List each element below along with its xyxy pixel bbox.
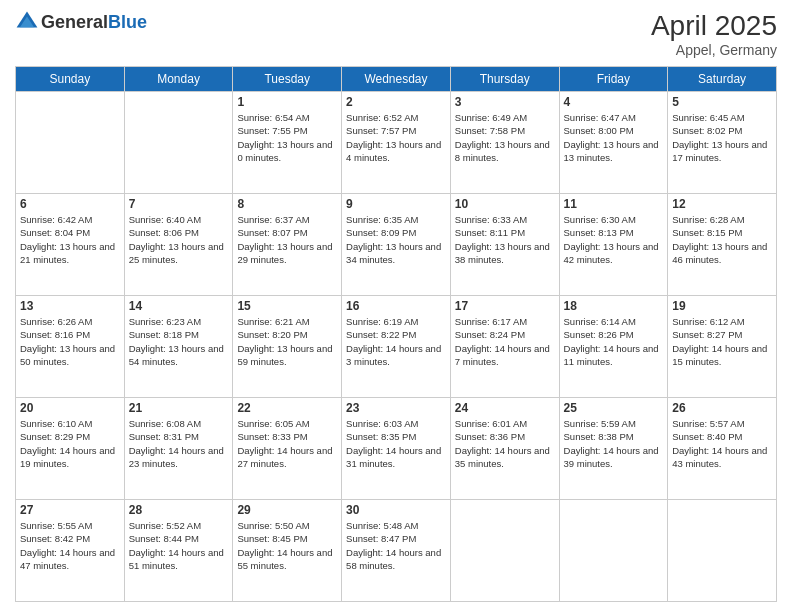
day-info: Sunrise: 6:26 AMSunset: 8:16 PMDaylight:… xyxy=(20,315,120,368)
day-number: 16 xyxy=(346,299,446,313)
day-of-week-header: Sunday xyxy=(16,67,125,92)
day-number: 15 xyxy=(237,299,337,313)
day-info: Sunrise: 6:05 AMSunset: 8:33 PMDaylight:… xyxy=(237,417,337,470)
day-number: 21 xyxy=(129,401,229,415)
day-number: 27 xyxy=(20,503,120,517)
day-info: Sunrise: 6:23 AMSunset: 8:18 PMDaylight:… xyxy=(129,315,229,368)
day-number: 9 xyxy=(346,197,446,211)
calendar-week-row: 27Sunrise: 5:55 AMSunset: 8:42 PMDayligh… xyxy=(16,500,777,602)
day-of-week-header: Friday xyxy=(559,67,668,92)
day-info: Sunrise: 6:49 AMSunset: 7:58 PMDaylight:… xyxy=(455,111,555,164)
calendar-cell xyxy=(124,92,233,194)
day-info: Sunrise: 6:33 AMSunset: 8:11 PMDaylight:… xyxy=(455,213,555,266)
month-year: April 2025 xyxy=(651,10,777,42)
day-info: Sunrise: 6:54 AMSunset: 7:55 PMDaylight:… xyxy=(237,111,337,164)
calendar-cell: 4Sunrise: 6:47 AMSunset: 8:00 PMDaylight… xyxy=(559,92,668,194)
day-number: 18 xyxy=(564,299,664,313)
day-of-week-header: Monday xyxy=(124,67,233,92)
day-info: Sunrise: 6:10 AMSunset: 8:29 PMDaylight:… xyxy=(20,417,120,470)
location: Appel, Germany xyxy=(651,42,777,58)
day-info: Sunrise: 6:40 AMSunset: 8:06 PMDaylight:… xyxy=(129,213,229,266)
calendar-header-row: SundayMondayTuesdayWednesdayThursdayFrid… xyxy=(16,67,777,92)
calendar-cell: 27Sunrise: 5:55 AMSunset: 8:42 PMDayligh… xyxy=(16,500,125,602)
day-of-week-header: Saturday xyxy=(668,67,777,92)
calendar-cell: 1Sunrise: 6:54 AMSunset: 7:55 PMDaylight… xyxy=(233,92,342,194)
calendar-cell: 30Sunrise: 5:48 AMSunset: 8:47 PMDayligh… xyxy=(342,500,451,602)
calendar-cell xyxy=(450,500,559,602)
day-number: 11 xyxy=(564,197,664,211)
day-number: 13 xyxy=(20,299,120,313)
day-number: 19 xyxy=(672,299,772,313)
calendar-cell xyxy=(16,92,125,194)
day-number: 28 xyxy=(129,503,229,517)
calendar-cell: 5Sunrise: 6:45 AMSunset: 8:02 PMDaylight… xyxy=(668,92,777,194)
day-info: Sunrise: 5:55 AMSunset: 8:42 PMDaylight:… xyxy=(20,519,120,572)
calendar-cell xyxy=(559,500,668,602)
day-info: Sunrise: 6:45 AMSunset: 8:02 PMDaylight:… xyxy=(672,111,772,164)
title-block: April 2025 Appel, Germany xyxy=(651,10,777,58)
logo-blue: Blue xyxy=(108,12,147,32)
calendar-week-row: 20Sunrise: 6:10 AMSunset: 8:29 PMDayligh… xyxy=(16,398,777,500)
page: GeneralBlue April 2025 Appel, Germany Su… xyxy=(0,0,792,612)
day-info: Sunrise: 6:01 AMSunset: 8:36 PMDaylight:… xyxy=(455,417,555,470)
calendar-cell: 16Sunrise: 6:19 AMSunset: 8:22 PMDayligh… xyxy=(342,296,451,398)
calendar-cell: 12Sunrise: 6:28 AMSunset: 8:15 PMDayligh… xyxy=(668,194,777,296)
calendar-cell: 8Sunrise: 6:37 AMSunset: 8:07 PMDaylight… xyxy=(233,194,342,296)
day-number: 22 xyxy=(237,401,337,415)
day-info: Sunrise: 6:28 AMSunset: 8:15 PMDaylight:… xyxy=(672,213,772,266)
day-info: Sunrise: 5:48 AMSunset: 8:47 PMDaylight:… xyxy=(346,519,446,572)
calendar-cell: 6Sunrise: 6:42 AMSunset: 8:04 PMDaylight… xyxy=(16,194,125,296)
day-info: Sunrise: 6:30 AMSunset: 8:13 PMDaylight:… xyxy=(564,213,664,266)
day-info: Sunrise: 6:42 AMSunset: 8:04 PMDaylight:… xyxy=(20,213,120,266)
logo: GeneralBlue xyxy=(15,10,147,34)
day-info: Sunrise: 5:59 AMSunset: 8:38 PMDaylight:… xyxy=(564,417,664,470)
day-number: 14 xyxy=(129,299,229,313)
day-number: 2 xyxy=(346,95,446,109)
calendar-cell: 14Sunrise: 6:23 AMSunset: 8:18 PMDayligh… xyxy=(124,296,233,398)
logo-general: General xyxy=(41,12,108,32)
calendar-cell: 21Sunrise: 6:08 AMSunset: 8:31 PMDayligh… xyxy=(124,398,233,500)
calendar-cell: 9Sunrise: 6:35 AMSunset: 8:09 PMDaylight… xyxy=(342,194,451,296)
day-info: Sunrise: 6:35 AMSunset: 8:09 PMDaylight:… xyxy=(346,213,446,266)
day-info: Sunrise: 6:21 AMSunset: 8:20 PMDaylight:… xyxy=(237,315,337,368)
day-number: 10 xyxy=(455,197,555,211)
day-info: Sunrise: 6:47 AMSunset: 8:00 PMDaylight:… xyxy=(564,111,664,164)
day-info: Sunrise: 6:03 AMSunset: 8:35 PMDaylight:… xyxy=(346,417,446,470)
day-info: Sunrise: 6:08 AMSunset: 8:31 PMDaylight:… xyxy=(129,417,229,470)
calendar-cell: 15Sunrise: 6:21 AMSunset: 8:20 PMDayligh… xyxy=(233,296,342,398)
day-number: 30 xyxy=(346,503,446,517)
day-info: Sunrise: 5:57 AMSunset: 8:40 PMDaylight:… xyxy=(672,417,772,470)
calendar-cell: 23Sunrise: 6:03 AMSunset: 8:35 PMDayligh… xyxy=(342,398,451,500)
calendar-cell: 28Sunrise: 5:52 AMSunset: 8:44 PMDayligh… xyxy=(124,500,233,602)
calendar-cell: 2Sunrise: 6:52 AMSunset: 7:57 PMDaylight… xyxy=(342,92,451,194)
day-info: Sunrise: 5:52 AMSunset: 8:44 PMDaylight:… xyxy=(129,519,229,572)
day-number: 4 xyxy=(564,95,664,109)
calendar-cell xyxy=(668,500,777,602)
calendar-cell: 19Sunrise: 6:12 AMSunset: 8:27 PMDayligh… xyxy=(668,296,777,398)
day-number: 1 xyxy=(237,95,337,109)
calendar-cell: 26Sunrise: 5:57 AMSunset: 8:40 PMDayligh… xyxy=(668,398,777,500)
day-number: 6 xyxy=(20,197,120,211)
header: GeneralBlue April 2025 Appel, Germany xyxy=(15,10,777,58)
day-number: 17 xyxy=(455,299,555,313)
calendar-table: SundayMondayTuesdayWednesdayThursdayFrid… xyxy=(15,66,777,602)
day-number: 25 xyxy=(564,401,664,415)
day-of-week-header: Thursday xyxy=(450,67,559,92)
day-number: 3 xyxy=(455,95,555,109)
calendar-cell: 10Sunrise: 6:33 AMSunset: 8:11 PMDayligh… xyxy=(450,194,559,296)
day-info: Sunrise: 6:14 AMSunset: 8:26 PMDaylight:… xyxy=(564,315,664,368)
day-number: 23 xyxy=(346,401,446,415)
calendar-cell: 18Sunrise: 6:14 AMSunset: 8:26 PMDayligh… xyxy=(559,296,668,398)
day-of-week-header: Tuesday xyxy=(233,67,342,92)
day-info: Sunrise: 6:12 AMSunset: 8:27 PMDaylight:… xyxy=(672,315,772,368)
calendar-cell: 24Sunrise: 6:01 AMSunset: 8:36 PMDayligh… xyxy=(450,398,559,500)
day-info: Sunrise: 6:52 AMSunset: 7:57 PMDaylight:… xyxy=(346,111,446,164)
calendar-cell: 13Sunrise: 6:26 AMSunset: 8:16 PMDayligh… xyxy=(16,296,125,398)
day-number: 26 xyxy=(672,401,772,415)
calendar-cell: 22Sunrise: 6:05 AMSunset: 8:33 PMDayligh… xyxy=(233,398,342,500)
day-of-week-header: Wednesday xyxy=(342,67,451,92)
calendar-cell: 29Sunrise: 5:50 AMSunset: 8:45 PMDayligh… xyxy=(233,500,342,602)
calendar-cell: 11Sunrise: 6:30 AMSunset: 8:13 PMDayligh… xyxy=(559,194,668,296)
calendar-cell: 20Sunrise: 6:10 AMSunset: 8:29 PMDayligh… xyxy=(16,398,125,500)
logo-text: GeneralBlue xyxy=(41,12,147,33)
